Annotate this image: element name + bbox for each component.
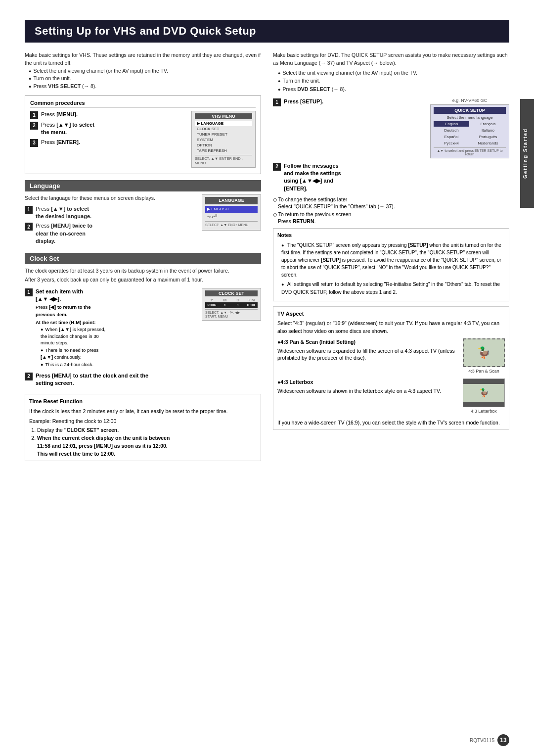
- page-title: Setting Up for VHS and DVD Quick Setup: [25, 20, 509, 43]
- letterbox-bar-top: [463, 379, 504, 384]
- step-2-text: Press [▲▼] to selectthe menu.: [41, 121, 94, 137]
- common-procedures-title: Common procedures: [30, 100, 256, 108]
- vhs-menu-item-1: ▶ LANGUAGE: [195, 121, 252, 126]
- qs-lang-english: English: [434, 121, 469, 127]
- lang-step-2-text: Press [MENU] twice toclear the on-screen…: [36, 222, 92, 245]
- qs-subtitle: Select the menu language: [434, 115, 506, 120]
- clock-section-desc: The clock operates for at least 3 years …: [25, 267, 261, 284]
- vhs-menu-item-2: CLOCK SET: [195, 126, 252, 132]
- clock-section-header: Clock Set: [25, 253, 261, 264]
- change-settings-text: Select "QUICK SETUP" in the "Others" tab…: [273, 203, 509, 209]
- press-setup-area: 1 Press [SETUP]. e.g. NV-VP60 GC QUICK S…: [273, 98, 509, 158]
- qs-lang-italiano: Italiano: [470, 128, 506, 133]
- time-reset-step-1: Display the "CLOCK SET" screen.: [37, 426, 257, 434]
- qs-lang-russian: Pусский: [434, 141, 469, 146]
- page-container: Setting Up for VHS and DVD Quick Setup M…: [0, 0, 534, 756]
- qs-lang-deutsch: Deutsch: [434, 128, 469, 133]
- main-content: Make basic settings for VHS. These setti…: [25, 51, 509, 461]
- step-3-num: 3: [30, 139, 38, 147]
- return-prev-label: ◇ To return to the previous screen: [273, 211, 509, 217]
- qs-lang-espanol: Español: [434, 134, 469, 140]
- change-settings-label: ◇ To change these settings later: [273, 196, 509, 202]
- pan-scan-thumb: 🦆 4:3 Pan & Scan: [463, 338, 505, 375]
- qs-lang-francais: Français: [470, 121, 506, 127]
- clock-step-1: 1 Set each item with[▲▼ ◀▶]. Press [◀] t…: [25, 288, 197, 369]
- page-number-bar: RQTV0115 13: [470, 734, 509, 746]
- dvd-step-2: 2 Follow the messagesand make the settin…: [273, 162, 509, 193]
- vhs-menu-footer: SELECT: ▲▼ ENTER END : MENU: [195, 155, 252, 165]
- clock-label-y: Y: [205, 298, 219, 302]
- pan-scan-desc: Widescreen software is expanded to fill …: [277, 347, 458, 362]
- time-reset-step-2: When the current clock display on the un…: [37, 434, 257, 458]
- clock-bullet-3: This is a 24-hour clock.: [41, 361, 105, 368]
- pan-scan-row: ●4:3 Pan & Scan (Initial Setting) Widesc…: [277, 338, 505, 375]
- letterbox-main: 🦆: [479, 384, 489, 402]
- left-column: Make basic settings for VHS. These setti…: [25, 51, 261, 461]
- clock-val-y: 2006: [205, 302, 219, 308]
- clock-menu-footer: SELECT: ▲▼ –/+: ◀▶START: MENU: [205, 309, 258, 318]
- title-text: Setting Up for VHS and DVD Quick Setup: [35, 25, 256, 37]
- note-1: The "QUICK SETUP" screen only appears by…: [281, 241, 505, 279]
- press-setup-left: 1 Press [SETUP].: [273, 98, 425, 108]
- clock-desc1: The clock operates for at least 3 years …: [25, 267, 261, 275]
- letterbox-icon: 🦆: [479, 387, 489, 399]
- left-intro-li3: Press VHS SELECT (→ 8).: [29, 83, 261, 91]
- clock-step-2-text: Press [MENU] to start the clock and exit…: [36, 372, 148, 387]
- step-3-row: 3 Press [ENTER].: [30, 139, 186, 147]
- language-title: Language: [30, 182, 60, 189]
- notes-list: The "QUICK SETUP" screen only appears by…: [277, 241, 505, 296]
- qs-title: QUICK SETUP: [434, 107, 506, 114]
- doc-code: RQTV0115: [470, 738, 494, 743]
- getting-started-sidebar: Getting Started: [520, 99, 534, 208]
- step-2-num: 2: [30, 122, 38, 130]
- right-intro-li2: Turn on the unit.: [278, 77, 509, 85]
- step-1-row: 1 Press [MENU].: [30, 111, 186, 119]
- qs-lang-portugues: Português: [470, 134, 506, 140]
- language-menu-image: LANGUAGE ▶ ENGLISH العربية SELECT: ▲▼ EN…: [202, 194, 261, 231]
- dvd-step-1: 1 Press [SETUP].: [273, 98, 425, 106]
- clock-val-m: 1: [219, 302, 232, 308]
- common-procedures-box: Common procedures VHS MENU ▶ LANGUAGE CL…: [25, 95, 261, 174]
- return-prev-text: Press RETURN.: [273, 218, 509, 224]
- clock-menu-image: CLOCK SET Y M D H:M 2006 1 1 0:00 SELECT…: [202, 288, 261, 321]
- clock-menu-title: CLOCK SET: [205, 290, 258, 296]
- tv-aspect-box: TV Aspect Select "4:3" (regular) or "16:…: [273, 306, 509, 430]
- clock-step-1-text: Set each item with[▲▼ ◀▶]. Press [◀] to …: [36, 288, 105, 369]
- left-intro: Make basic settings for VHS. These setti…: [25, 51, 261, 91]
- clock-step-2-num: 2: [25, 373, 33, 380]
- vhs-menu-item-5: OPTION: [195, 142, 252, 148]
- letterbox-thumb-label: 4:3 Letterbox: [463, 408, 505, 415]
- left-intro-p1: Make basic settings for VHS. These setti…: [25, 51, 261, 67]
- dvd-step-2-num: 2: [273, 163, 281, 171]
- step-1-num: 1: [30, 111, 38, 119]
- lang-menu-footer: SELECT: ▲▼ END : MENU: [205, 221, 258, 228]
- letterbox-desc: Widescreen software is shown in the lett…: [277, 387, 458, 395]
- clock-label-m: M: [219, 298, 232, 302]
- right-intro-p1: Make basic settings for DVD. The QUICK S…: [273, 51, 509, 67]
- lang-menu-item-1: ▶ ENGLISH: [205, 206, 258, 213]
- lang-step-1-text: Press [▲▼] to selectthe desired language…: [36, 205, 91, 221]
- clock-val-hm: 0:00: [245, 302, 258, 308]
- tv-aspect-desc: Select "4:3" (regular) or "16:9" (widesc…: [277, 320, 505, 335]
- quick-setup-image: QUICK SETUP Select the menu language Eng…: [430, 104, 509, 158]
- dvd-step-2-text: Follow the messagesand make the settings…: [284, 162, 341, 193]
- letterbox-image: 🦆: [463, 378, 505, 407]
- clock-step-1-num: 1: [25, 288, 33, 296]
- left-intro-li1: Select the unit viewing channel (or the …: [29, 67, 261, 75]
- step-1-text: Press [MENU].: [41, 111, 78, 118]
- change-settings-area: ◇ To change these settings later Select …: [273, 196, 509, 224]
- wide-tv-desc: If you have a wide-screen TV (16:9), you…: [277, 419, 505, 426]
- pan-scan-label: ●4:3 Pan & Scan (Initial Setting): [277, 338, 458, 346]
- letterbox-thumb: 🦆 4:3 Letterbox: [463, 378, 505, 415]
- language-section-header: Language: [25, 180, 261, 191]
- vhs-menu-item-4: SYSTEM: [195, 137, 252, 142]
- clock-bullet-1: When [▲▼] is kept pressed,the indication…: [41, 326, 105, 346]
- vhs-menu-item-6: TAPE REFRESH: [195, 148, 252, 153]
- qs-lang-nederlands: Nederlands: [470, 141, 506, 146]
- time-reset-desc: If the clock is less than 2 minutes earl…: [29, 408, 257, 416]
- page-number: 13: [497, 734, 509, 746]
- time-reset-example-label: Example: Resetting the clock to 12:00: [29, 418, 257, 425]
- clock-label-d: D: [231, 298, 245, 302]
- step-3-text: Press [ENTER].: [41, 139, 80, 146]
- note-2: All settings will return to default by s…: [281, 281, 505, 296]
